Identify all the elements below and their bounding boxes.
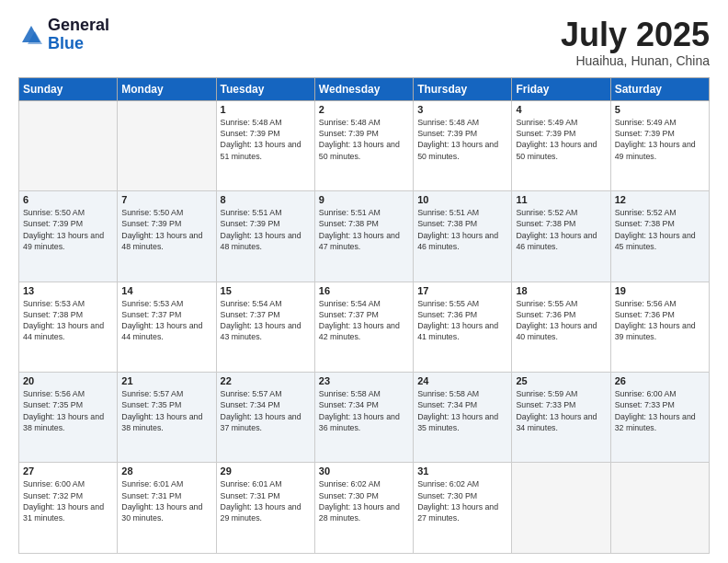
- day-info: Sunrise: 5:54 AM Sunset: 7:37 PM Dayligh…: [319, 298, 409, 343]
- table-row: 6Sunrise: 5:50 AM Sunset: 7:39 PM Daylig…: [19, 191, 118, 282]
- table-row: 25Sunrise: 5:59 AM Sunset: 7:33 PM Dayli…: [512, 373, 610, 463]
- day-number: 2: [319, 104, 409, 115]
- table-row: 20Sunrise: 5:56 AM Sunset: 7:35 PM Dayli…: [19, 373, 118, 463]
- day-number: 20: [23, 375, 113, 386]
- logo-icon: [18, 22, 44, 48]
- day-number: 22: [221, 375, 311, 386]
- table-row: 27Sunrise: 6:00 AM Sunset: 7:32 PM Dayli…: [19, 463, 118, 554]
- table-row: 2Sunrise: 5:48 AM Sunset: 7:39 PM Daylig…: [314, 100, 413, 190]
- header: General Blue July 2025 Huaihua, Hunan, C…: [18, 17, 710, 68]
- day-number: 12: [615, 194, 705, 205]
- table-row: 15Sunrise: 5:54 AM Sunset: 7:37 PM Dayli…: [216, 282, 314, 372]
- day-info: Sunrise: 5:51 AM Sunset: 7:38 PM Dayligh…: [319, 207, 409, 252]
- table-row: [118, 100, 216, 190]
- table-row: 11Sunrise: 5:52 AM Sunset: 7:38 PM Dayli…: [512, 191, 610, 282]
- day-info: Sunrise: 5:49 AM Sunset: 7:39 PM Dayligh…: [516, 117, 606, 162]
- table-row: 9Sunrise: 5:51 AM Sunset: 7:38 PM Daylig…: [314, 191, 413, 282]
- day-number: 19: [615, 285, 705, 296]
- calendar-week-row: 20Sunrise: 5:56 AM Sunset: 7:35 PM Dayli…: [19, 373, 710, 463]
- calendar-week-row: 6Sunrise: 5:50 AM Sunset: 7:39 PM Daylig…: [19, 191, 710, 282]
- table-row: [512, 463, 610, 554]
- day-number: 24: [417, 375, 507, 386]
- day-number: 16: [319, 285, 409, 296]
- day-number: 14: [121, 285, 211, 296]
- day-info: Sunrise: 5:51 AM Sunset: 7:39 PM Dayligh…: [221, 207, 311, 252]
- day-info: Sunrise: 6:00 AM Sunset: 7:33 PM Dayligh…: [615, 388, 705, 433]
- table-row: 16Sunrise: 5:54 AM Sunset: 7:37 PM Dayli…: [314, 282, 413, 372]
- logo-blue: Blue: [48, 34, 84, 52]
- table-row: 31Sunrise: 6:02 AM Sunset: 7:30 PM Dayli…: [414, 463, 512, 554]
- logo-general: General: [48, 16, 109, 34]
- day-number: 7: [121, 194, 211, 205]
- day-info: Sunrise: 5:51 AM Sunset: 7:38 PM Dayligh…: [417, 207, 507, 252]
- day-info: Sunrise: 5:48 AM Sunset: 7:39 PM Dayligh…: [221, 117, 311, 162]
- calendar-week-row: 1Sunrise: 5:48 AM Sunset: 7:39 PM Daylig…: [19, 100, 710, 190]
- table-row: 30Sunrise: 6:02 AM Sunset: 7:30 PM Dayli…: [314, 463, 413, 554]
- day-number: 3: [417, 104, 507, 115]
- day-info: Sunrise: 5:52 AM Sunset: 7:38 PM Dayligh…: [615, 207, 705, 252]
- day-info: Sunrise: 5:56 AM Sunset: 7:36 PM Dayligh…: [615, 298, 705, 343]
- table-row: 7Sunrise: 5:50 AM Sunset: 7:39 PM Daylig…: [118, 191, 216, 282]
- day-info: Sunrise: 5:49 AM Sunset: 7:39 PM Dayligh…: [615, 117, 705, 162]
- day-number: 15: [221, 285, 311, 296]
- day-number: 21: [121, 375, 211, 386]
- table-row: [19, 100, 118, 190]
- day-number: 29: [221, 465, 311, 477]
- day-info: Sunrise: 5:52 AM Sunset: 7:38 PM Dayligh…: [516, 207, 606, 252]
- table-row: 1Sunrise: 5:48 AM Sunset: 7:39 PM Daylig…: [216, 100, 314, 190]
- table-row: [610, 463, 709, 554]
- day-number: 13: [23, 285, 113, 296]
- table-row: 10Sunrise: 5:51 AM Sunset: 7:38 PM Dayli…: [414, 191, 512, 282]
- day-info: Sunrise: 6:00 AM Sunset: 7:32 PM Dayligh…: [23, 478, 113, 523]
- logo-text: General Blue: [48, 17, 109, 53]
- day-info: Sunrise: 5:55 AM Sunset: 7:36 PM Dayligh…: [516, 298, 606, 343]
- col-monday: Monday: [118, 77, 216, 100]
- table-row: 13Sunrise: 5:53 AM Sunset: 7:38 PM Dayli…: [19, 282, 118, 372]
- col-sunday: Sunday: [19, 77, 118, 100]
- day-number: 31: [417, 465, 507, 477]
- title-block: July 2025 Huaihua, Hunan, China: [561, 17, 710, 68]
- day-number: 5: [615, 104, 705, 115]
- day-info: Sunrise: 5:55 AM Sunset: 7:36 PM Dayligh…: [417, 298, 507, 343]
- day-info: Sunrise: 5:48 AM Sunset: 7:39 PM Dayligh…: [319, 117, 409, 162]
- day-info: Sunrise: 5:53 AM Sunset: 7:37 PM Dayligh…: [121, 298, 211, 343]
- logo: General Blue: [18, 17, 109, 53]
- day-info: Sunrise: 6:01 AM Sunset: 7:31 PM Dayligh…: [121, 478, 211, 523]
- day-info: Sunrise: 5:50 AM Sunset: 7:39 PM Dayligh…: [23, 207, 113, 252]
- day-info: Sunrise: 5:59 AM Sunset: 7:33 PM Dayligh…: [516, 388, 606, 433]
- day-info: Sunrise: 6:02 AM Sunset: 7:30 PM Dayligh…: [319, 478, 409, 523]
- day-number: 6: [23, 194, 113, 205]
- table-row: 24Sunrise: 5:58 AM Sunset: 7:34 PM Dayli…: [414, 373, 512, 463]
- day-info: Sunrise: 5:58 AM Sunset: 7:34 PM Dayligh…: [319, 388, 409, 433]
- day-number: 30: [319, 465, 409, 477]
- day-info: Sunrise: 5:57 AM Sunset: 7:35 PM Dayligh…: [121, 388, 211, 433]
- day-number: 25: [516, 375, 606, 386]
- table-row: 21Sunrise: 5:57 AM Sunset: 7:35 PM Dayli…: [118, 373, 216, 463]
- col-saturday: Saturday: [610, 77, 709, 100]
- title-location: Huaihua, Hunan, China: [561, 53, 710, 68]
- table-row: 14Sunrise: 5:53 AM Sunset: 7:37 PM Dayli…: [118, 282, 216, 372]
- day-info: Sunrise: 6:01 AM Sunset: 7:31 PM Dayligh…: [221, 478, 311, 523]
- table-row: 18Sunrise: 5:55 AM Sunset: 7:36 PM Dayli…: [512, 282, 610, 372]
- day-info: Sunrise: 5:54 AM Sunset: 7:37 PM Dayligh…: [221, 298, 311, 343]
- title-month: July 2025: [561, 17, 710, 53]
- table-row: 12Sunrise: 5:52 AM Sunset: 7:38 PM Dayli…: [610, 191, 709, 282]
- day-info: Sunrise: 5:56 AM Sunset: 7:35 PM Dayligh…: [23, 388, 113, 433]
- day-number: 10: [417, 194, 507, 205]
- table-row: 19Sunrise: 5:56 AM Sunset: 7:36 PM Dayli…: [610, 282, 709, 372]
- day-info: Sunrise: 5:53 AM Sunset: 7:38 PM Dayligh…: [23, 298, 113, 343]
- table-row: 4Sunrise: 5:49 AM Sunset: 7:39 PM Daylig…: [512, 100, 610, 190]
- day-info: Sunrise: 6:02 AM Sunset: 7:30 PM Dayligh…: [417, 478, 507, 523]
- day-number: 18: [516, 285, 606, 296]
- col-friday: Friday: [512, 77, 610, 100]
- table-row: 5Sunrise: 5:49 AM Sunset: 7:39 PM Daylig…: [610, 100, 709, 190]
- table-row: 17Sunrise: 5:55 AM Sunset: 7:36 PM Dayli…: [414, 282, 512, 372]
- col-wednesday: Wednesday: [314, 77, 413, 100]
- calendar-table: Sunday Monday Tuesday Wednesday Thursday…: [18, 77, 710, 554]
- day-number: 17: [417, 285, 507, 296]
- day-number: 8: [221, 194, 311, 205]
- day-number: 9: [319, 194, 409, 205]
- table-row: 23Sunrise: 5:58 AM Sunset: 7:34 PM Dayli…: [314, 373, 413, 463]
- col-thursday: Thursday: [414, 77, 512, 100]
- col-tuesday: Tuesday: [216, 77, 314, 100]
